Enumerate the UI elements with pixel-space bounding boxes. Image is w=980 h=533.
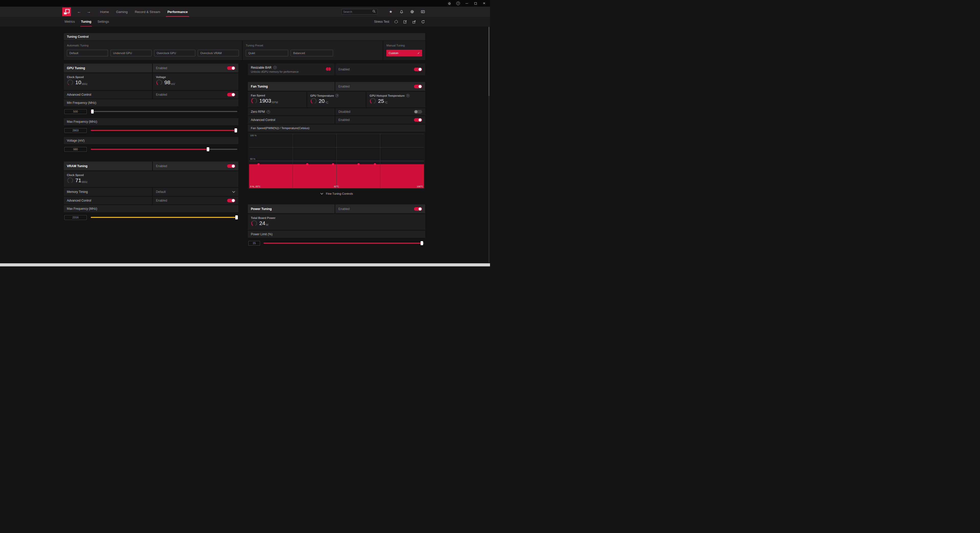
vram-max-frequency-input[interactable]: 2316 [64,215,87,220]
gpu-temp-label: GPU Temperature [310,94,334,97]
bug-report-icon[interactable] [445,0,454,6]
gpu-clock-gauge [67,79,73,86]
stress-test-button[interactable]: Stress Test [374,20,389,24]
tuning-preset-section: Tuning Preset Quiet Balanced [243,41,383,60]
default-button[interactable]: Default [67,50,108,56]
tab-tuning[interactable]: Tuning [78,17,94,27]
manual-tuning-label: Manual Tuning [387,44,422,47]
gpu-advanced-control-state: Enabled [156,93,167,97]
x-axis-origin-label: 0 %, 25°C [250,185,261,188]
power-tuning-toggle[interactable] [414,207,422,211]
fan-curve-chart: 100 % 50 % 0 %, 25°C 62°C 100°C [248,132,425,189]
fan-speed-value: 1903 [259,98,271,103]
search-icon[interactable] [372,10,376,14]
min-frequency-input[interactable]: 500 [64,109,87,114]
quiet-button[interactable]: Quiet [246,50,288,56]
edit-profile-icon[interactable] [403,20,407,24]
gpu-voltage-input[interactable]: 980 [64,147,87,152]
gpu-voltage-thumb[interactable] [207,147,209,151]
fan-speed-label: Fan Speed [251,94,304,97]
vram-tuning-toggle[interactable] [227,164,235,168]
min-frequency-label: Min Frequency (MHz) [64,99,239,107]
power-limit-track[interactable] [264,243,424,243]
gpu-temp-help-icon[interactable]: ? [335,94,339,97]
vram-max-frequency-slider: 2316 [64,213,239,222]
search-box[interactable] [342,9,378,14]
back-arrow-icon[interactable]: ← [77,10,81,14]
fan-tuning-state: Enabled [339,85,350,88]
gpu-hotspot-value: 25 [378,98,384,104]
balanced-button[interactable]: Balanced [291,50,333,56]
tab-metrics[interactable]: Metrics [62,17,78,27]
scrollbar[interactable] [488,27,490,263]
check-icon: ✓ [417,51,420,55]
gpu-hotspot-gauge [369,98,376,104]
nav-item-performance[interactable]: Performance [164,6,191,17]
fan-curve-point[interactable] [257,163,259,165]
memory-timing-select[interactable]: Default [153,188,239,196]
left-column: GPU Tuning Enabled Clock Speed 10MHz [64,64,239,250]
max-frequency-thumb[interactable] [234,128,237,132]
gpu-temp-value: 20 [319,98,325,104]
tab-settings[interactable]: Settings [94,17,112,27]
overlay-card-icon[interactable] [420,8,426,15]
gpu-advanced-control-label: Advanced Control [67,93,91,97]
export-profile-icon[interactable] [412,20,416,24]
custom-button[interactable]: Custom ✓ [387,50,422,56]
vram-max-frequency-thumb[interactable] [235,215,238,220]
overclock-vram-button[interactable]: Overclock VRAM [198,50,239,56]
max-frequency-input[interactable]: 2803 [64,128,87,133]
fan-curve-plot[interactable]: 100 % 50 % 0 %, 25°C 62°C 100°C [249,134,424,188]
fan-tuning-toggle[interactable] [414,85,422,88]
power-limit-input[interactable]: 15 [248,241,260,246]
forward-arrow-icon[interactable]: → [87,10,91,14]
amd-logo[interactable] [62,7,71,16]
gpu-voltage-slider-label: Voltage (mV) [64,137,239,144]
reset-icon[interactable] [421,20,425,24]
min-frequency-thumb[interactable] [91,110,94,113]
favorites-star-icon[interactable]: ★ [387,8,394,15]
gpu-voltage-slider: 980 [64,145,239,154]
nav-item-record-stream[interactable]: Record & Stream [131,6,164,17]
minimize-button[interactable] [463,0,471,6]
vram-max-frequency-label: Max Frequency (MHz) [64,205,239,212]
tuning-preset-label: Tuning Preset [246,44,380,47]
gpu-advanced-control-toggle[interactable] [227,93,235,97]
overclock-gpu-button[interactable]: Overclock GPU [154,50,195,56]
notifications-bell-icon[interactable] [398,8,405,15]
undervolt-gpu-button[interactable]: Undervolt GPU [110,50,151,56]
maximize-button[interactable] [471,0,480,6]
min-frequency-track[interactable] [91,111,237,112]
zero-rpm-toggle[interactable] [414,110,422,113]
nav-item-gaming[interactable]: Gaming [113,6,131,17]
fan-curve-point[interactable] [332,163,334,165]
nav-item-home[interactable]: Home [97,6,113,17]
zero-rpm-help-icon[interactable]: ? [267,110,270,113]
resizable-bar-help-icon[interactable]: ? [273,66,277,69]
help-icon[interactable]: ? [454,0,463,6]
vram-tuning-title: VRAM Tuning [67,164,88,168]
fan-curve-point[interactable] [374,163,376,165]
gpu-voltage-track[interactable] [91,149,237,150]
scrollbar-thumb[interactable] [488,27,490,96]
close-button[interactable]: ✕ [480,0,488,6]
min-frequency-slider: 500 [64,107,239,116]
max-frequency-label: Max Frequency (MHz) [64,118,239,125]
fan-curve-point[interactable] [358,163,360,165]
window-titlebar: ? ✕ [0,0,490,6]
fan-advanced-control-toggle[interactable] [414,118,422,122]
vram-advanced-control-toggle[interactable] [227,199,235,202]
fan-tuning-title: Fan Tuning [251,85,268,88]
search-input[interactable] [343,10,372,13]
max-frequency-track[interactable] [91,130,237,131]
board-power-label: Total Board Power [251,216,422,220]
fine-tuning-controls-button[interactable]: Fine Tuning Controls [248,191,425,196]
power-limit-thumb[interactable] [421,241,423,245]
vram-max-frequency-track[interactable] [91,217,237,218]
gpu-tuning-toggle[interactable] [227,66,235,70]
gpu-hotspot-help-icon[interactable]: ? [406,94,410,97]
main-navbar: ← → Home Gaming Record & Stream Performa… [0,6,490,17]
settings-gear-icon[interactable] [409,8,415,15]
fan-curve-point[interactable] [306,163,309,165]
resizable-bar-toggle[interactable] [414,68,422,71]
